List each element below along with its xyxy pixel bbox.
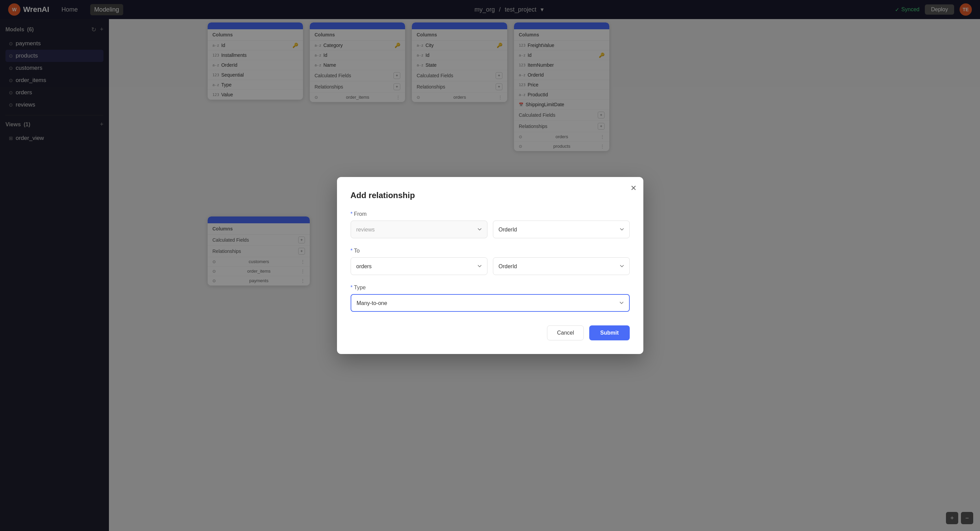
type-label: * Type — [351, 285, 630, 291]
type-group: * Type Many-to-one One-to-one One-to-man… — [351, 285, 630, 312]
to-model-select[interactable]: orders — [351, 258, 487, 275]
from-row: reviews OrderId — [351, 221, 630, 238]
to-group: * To orders OrderId — [351, 248, 630, 275]
from-label: * From — [351, 211, 630, 217]
to-row: orders OrderId — [351, 258, 630, 275]
cancel-button[interactable]: Cancel — [547, 325, 584, 340]
modal-close-button[interactable]: ✕ — [630, 184, 636, 192]
modal-title: Add relationship — [351, 191, 630, 200]
from-model-select[interactable]: reviews — [351, 221, 487, 238]
from-field-select[interactable]: OrderId — [493, 221, 630, 238]
to-field-select[interactable]: OrderId — [493, 258, 630, 275]
modal-overlay: ✕ Add relationship * From reviews OrderI… — [0, 0, 980, 531]
modal-footer: Cancel Submit — [351, 325, 630, 340]
type-select[interactable]: Many-to-one One-to-one One-to-many — [351, 294, 630, 312]
from-group: * From reviews OrderId — [351, 211, 630, 238]
add-relationship-modal: ✕ Add relationship * From reviews OrderI… — [337, 177, 643, 354]
submit-button[interactable]: Submit — [589, 325, 629, 340]
to-label: * To — [351, 248, 630, 254]
